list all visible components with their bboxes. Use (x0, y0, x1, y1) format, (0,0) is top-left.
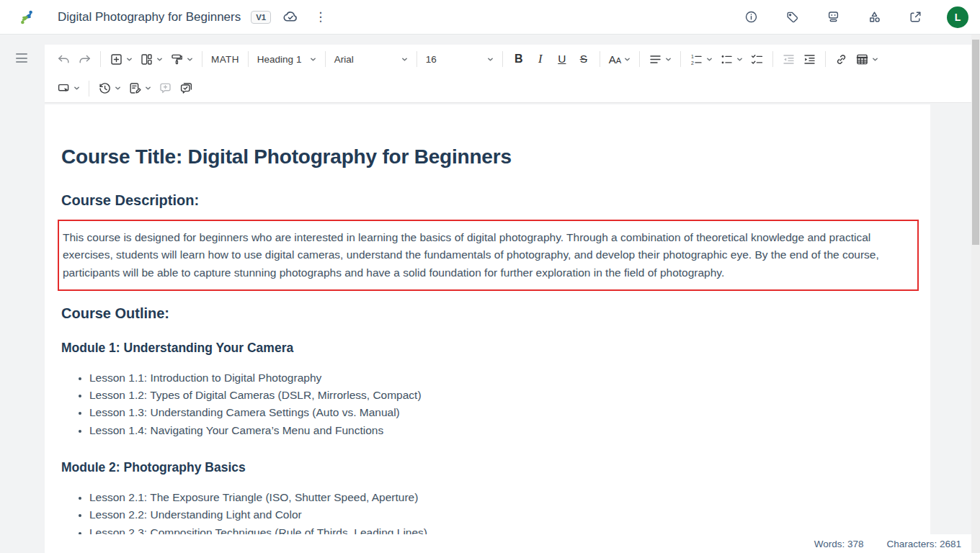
note-edit-button[interactable] (125, 78, 155, 99)
editor-page[interactable]: Course Title: Digital Photography for Be… (45, 104, 930, 553)
format-painter-button[interactable] (166, 48, 197, 70)
table-button[interactable] (852, 48, 882, 70)
status-bar: Words: 378 Characters: 2681 (45, 534, 971, 553)
redo-button[interactable] (74, 48, 95, 70)
outdent-button[interactable] (778, 48, 799, 70)
module-1-heading[interactable]: Module 1: Understanding Your Camera (61, 341, 913, 356)
svg-text:2: 2 (691, 60, 694, 65)
select-tool-button[interactable] (53, 78, 84, 99)
bold-button[interactable]: B (508, 48, 530, 70)
course-description-text[interactable]: This course is designed for beginners wh… (63, 229, 901, 282)
lesson-item[interactable]: Lesson 2.1: The Exposure Triangle (ISO, … (89, 489, 930, 506)
vertical-scrollbar[interactable] (971, 35, 980, 553)
outline-menu-icon[interactable] (16, 53, 45, 63)
version-badge[interactable]: V1 (251, 11, 271, 24)
lesson-item[interactable]: Lesson 1.4: Navigating Your Camera’s Men… (89, 422, 930, 439)
font-family-select[interactable]: Arial (331, 48, 411, 70)
toolbar-row-1: MATH Heading 1 Arial 16 B I U S AA (45, 45, 971, 73)
strikethrough-button[interactable]: S (573, 48, 594, 70)
add-comment-button[interactable] (155, 78, 176, 99)
lesson-item[interactable]: Lesson 1.3: Understanding Camera Setting… (89, 404, 930, 421)
math-label: MATH (211, 54, 239, 65)
insert-button[interactable] (106, 48, 136, 70)
page-layout-button[interactable] (136, 48, 166, 70)
app-header: Digital Photography for Beginners V1 ⋮ (0, 0, 980, 35)
cloud-saved-icon[interactable] (280, 6, 301, 28)
scrollbar-thumb[interactable] (972, 40, 979, 245)
indent-button[interactable] (799, 48, 820, 70)
editor-toolbar: MATH Heading 1 Arial 16 B I U S AA (45, 45, 971, 103)
module-1-lessons: Lesson 1.1: Introduction to Digital Phot… (45, 369, 930, 439)
checklist-button[interactable] (747, 48, 767, 70)
info-icon[interactable] (741, 7, 761, 27)
bullet-list-button[interactable] (716, 48, 747, 70)
user-avatar[interactable]: L (947, 6, 968, 28)
svg-text:1: 1 (691, 54, 694, 59)
module-2-heading[interactable]: Module 2: Photography Basics (61, 460, 913, 475)
more-options-icon[interactable]: ⋮ (308, 9, 332, 24)
undo-button[interactable] (53, 48, 74, 70)
lesson-item[interactable]: Lesson 2.2: Understanding Light and Colo… (89, 506, 930, 523)
zoho-learn-editor: { "header": { "title": "Digital Photogra… (0, 0, 980, 553)
header-actions: L (741, 6, 968, 28)
paragraph-style-select[interactable]: Heading 1 (254, 48, 320, 70)
highlighted-description-box[interactable]: This course is designed for beginners wh… (58, 220, 919, 291)
text-case-button[interactable]: AA (605, 48, 634, 70)
tag-icon[interactable] (783, 7, 802, 27)
font-size-select[interactable]: 16 (422, 48, 497, 70)
character-count: Characters: 2681 (886, 539, 961, 549)
lesson-item[interactable]: Lesson 1.1: Introduction to Digital Phot… (89, 369, 930, 387)
document-title[interactable]: Digital Photography for Beginners (58, 10, 241, 24)
numbered-list-button[interactable]: 1 2 (686, 48, 716, 70)
course-description-heading[interactable]: Course Description: (61, 192, 913, 209)
toolbar-row-2 (45, 73, 971, 103)
share-icon[interactable] (906, 7, 925, 27)
left-rail (0, 35, 45, 553)
app-logo-icon[interactable] (17, 8, 36, 27)
course-outline-heading[interactable]: Course Outline: (61, 305, 913, 322)
version-history-button[interactable] (94, 78, 125, 99)
underline-button[interactable]: U (551, 48, 573, 70)
link-button[interactable] (831, 48, 852, 70)
align-button[interactable] (645, 48, 675, 70)
italic-button[interactable]: I (530, 48, 551, 70)
course-title-heading[interactable]: Course Title: Digital Photography for Be… (61, 145, 913, 168)
lesson-item[interactable]: Lesson 1.2: Types of Digital Cameras (DS… (89, 387, 930, 404)
math-button[interactable]: MATH (208, 48, 243, 70)
comments-button[interactable] (176, 78, 197, 99)
word-count: Words: 378 (814, 539, 864, 549)
shapes-icon[interactable] (865, 7, 884, 27)
bot-icon[interactable] (824, 7, 843, 27)
